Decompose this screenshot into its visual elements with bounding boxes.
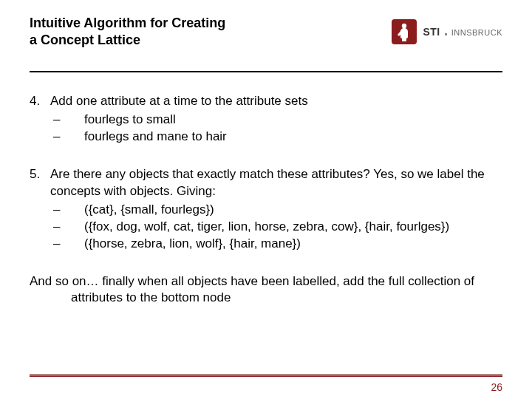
title-line-2: a Concept Lattice <box>30 33 140 47</box>
dash-icon: – <box>50 236 84 253</box>
list-lead: Are there any objects that exactly match… <box>50 167 485 198</box>
sublist-item: – ({horse, zebra, lion, wolf}, {hair, ma… <box>50 236 502 253</box>
svg-point-0 <box>402 24 406 28</box>
list-body: Add one attribute at a time to the attri… <box>50 93 502 146</box>
list-item: 4. Add one attribute at a time to the at… <box>30 93 502 146</box>
list-body: Are there any objects that exactly match… <box>50 166 502 253</box>
sublist-text: fourlegs and mane to hair <box>84 129 227 146</box>
logo-sti: STI <box>423 26 440 38</box>
slide-title: Intuitive Algorithm for Creating a Conce… <box>30 15 325 48</box>
slide-content: 4. Add one attribute at a time to the at… <box>0 72 532 307</box>
logo-text: STI INNSBRUCK <box>423 26 502 38</box>
sublist: – fourlegs to small – fourlegs and mane … <box>50 112 502 146</box>
list-lead: Add one attribute at a time to the attri… <box>50 94 308 108</box>
sublist-text: ({horse, zebra, lion, wolf}, {hair, mane… <box>84 236 301 253</box>
title-line-1: Intuitive Algorithm for Creating <box>30 16 225 30</box>
sublist-item: – ({cat}, {small, fourlegs}) <box>50 202 502 219</box>
dash-icon: – <box>50 112 84 129</box>
dash-icon: – <box>50 129 84 146</box>
closing-text: And so on… finally when all objects have… <box>30 273 502 307</box>
sublist-text: ({cat}, {small, fourlegs}) <box>84 202 214 219</box>
ordered-list: 4. Add one attribute at a time to the at… <box>30 93 502 253</box>
list-number: 4. <box>30 93 50 146</box>
sublist-item: – ({fox, dog, wolf, cat, tiger, lion, ho… <box>50 219 502 236</box>
dash-icon: – <box>50 202 84 219</box>
slide-header: Intuitive Algorithm for Creating a Conce… <box>0 0 532 68</box>
logo-icon <box>392 19 417 44</box>
logo: STI INNSBRUCK <box>392 19 502 44</box>
sublist-item: – fourlegs and mane to hair <box>50 129 502 146</box>
sublist-text: ({fox, dog, wolf, cat, tiger, lion, hors… <box>84 219 449 236</box>
sublist-text: fourlegs to small <box>84 112 176 129</box>
list-number: 5. <box>30 166 50 253</box>
page-number: 26 <box>491 381 502 393</box>
footer-divider <box>30 374 502 377</box>
logo-innsbruck: INNSBRUCK <box>451 28 502 37</box>
logo-separator-icon <box>445 33 447 35</box>
list-item: 5. Are there any objects that exactly ma… <box>30 166 502 253</box>
sublist-item: – fourlegs to small <box>50 112 502 129</box>
sublist: – ({cat}, {small, fourlegs}) – ({fox, do… <box>50 202 502 253</box>
slide: Intuitive Algorithm for Creating a Conce… <box>0 0 532 399</box>
dash-icon: – <box>50 219 84 236</box>
closing-paragraph: And so on… finally when all objects have… <box>30 273 502 307</box>
